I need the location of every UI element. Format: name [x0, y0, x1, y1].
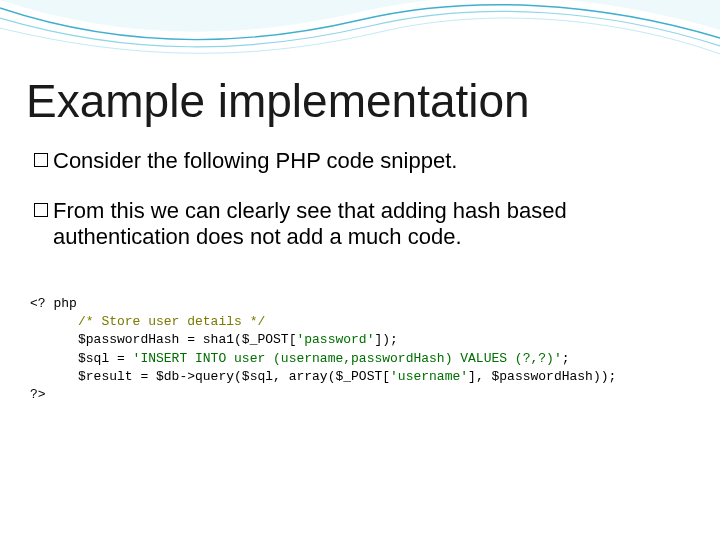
code-string: 'username' [390, 369, 468, 384]
code-snippet: <? php /* Store user details */$password… [30, 295, 616, 404]
slide-title: Example implementation [26, 74, 530, 128]
code-open-tag: <? php [30, 296, 77, 311]
slide-body: Consider the following PHP code snippet.… [34, 148, 674, 274]
bullet-text: Consider the following PHP code snippet. [53, 148, 674, 174]
wave-decoration [0, 0, 720, 64]
code-line: $sql = [78, 351, 133, 366]
bullet-item: Consider the following PHP code snippet. [34, 148, 674, 174]
code-close-tag: ?> [30, 387, 46, 402]
code-line: $passwordHash = sha1($_POST[ [78, 332, 296, 347]
code-comment: /* Store user details */ [78, 314, 265, 329]
square-bullet-icon [34, 203, 48, 217]
slide: Example implementation Consider the foll… [0, 0, 720, 540]
code-line: ], $passwordHash)); [468, 369, 616, 384]
bullet-item: From this we can clearly see that adding… [34, 198, 674, 250]
square-bullet-icon [34, 153, 48, 167]
code-line: $result = $db->query($sql, array($_POST[ [78, 369, 390, 384]
code-string: 'INSERT INTO user (username,passwordHash… [133, 351, 562, 366]
code-line: ]); [374, 332, 397, 347]
code-string: 'password' [296, 332, 374, 347]
code-line: ; [562, 351, 570, 366]
bullet-text: From this we can clearly see that adding… [53, 198, 674, 250]
